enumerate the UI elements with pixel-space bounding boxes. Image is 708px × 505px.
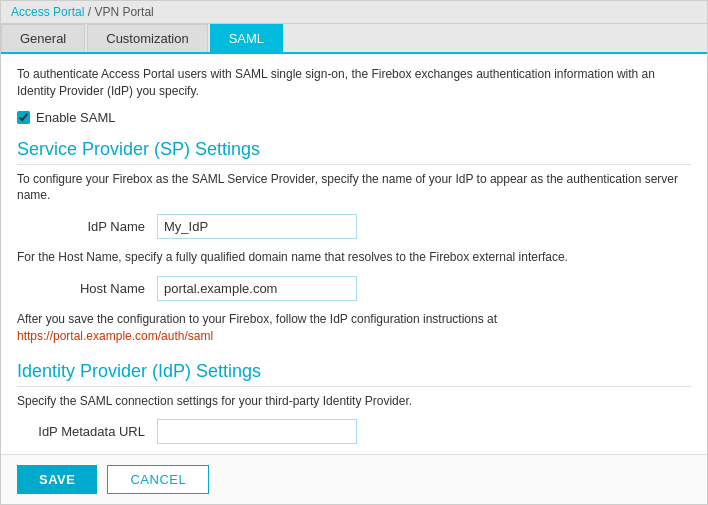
sp-section-title: Service Provider (SP) Settings <box>17 139 691 165</box>
breadcrumb-parent-link[interactable]: Access Portal <box>11 5 84 19</box>
footer: SAVE CANCEL <box>1 454 707 504</box>
main-window: Access Portal / VPN Portal General Custo… <box>0 0 708 505</box>
enable-saml-checkbox[interactable] <box>17 111 30 124</box>
after-save-text: After you save the configuration to your… <box>17 311 691 345</box>
idp-section-desc: Specify the SAML connection settings for… <box>17 393 691 410</box>
host-name-row: Host Name <box>17 276 691 301</box>
enable-saml-label: Enable SAML <box>36 110 116 125</box>
tab-saml[interactable]: SAML <box>210 24 283 52</box>
idp-name-input[interactable] <box>157 214 357 239</box>
host-name-input[interactable] <box>157 276 357 301</box>
breadcrumb-current: VPN Portal <box>94 5 153 19</box>
metadata-url-row: IdP Metadata URL <box>17 419 691 444</box>
intro-text: To authenticate Access Portal users with… <box>17 66 691 100</box>
sp-section-desc: To configure your Firebox as the SAML Se… <box>17 171 691 205</box>
metadata-url-label: IdP Metadata URL <box>17 424 157 439</box>
idp-name-label: IdP Name <box>17 219 157 234</box>
cancel-button[interactable]: CANCEL <box>107 465 209 494</box>
idp-section-title: Identity Provider (IdP) Settings <box>17 361 691 387</box>
enable-saml-row: Enable SAML <box>17 110 691 125</box>
breadcrumb: Access Portal / VPN Portal <box>1 1 707 24</box>
host-name-label: Host Name <box>17 281 157 296</box>
saml-link[interactable]: https://portal.example.com/auth/saml <box>17 329 213 343</box>
tab-general[interactable]: General <box>1 24 85 52</box>
tab-customization[interactable]: Customization <box>87 24 207 52</box>
saml-content: To authenticate Access Portal users with… <box>1 54 707 454</box>
idp-section: Identity Provider (IdP) Settings Specify… <box>17 361 691 454</box>
metadata-url-input[interactable] <box>157 419 357 444</box>
host-name-desc: For the Host Name, specify a fully quali… <box>17 249 691 266</box>
tab-bar: General Customization SAML <box>1 24 707 54</box>
idp-name-row: IdP Name <box>17 214 691 239</box>
save-button[interactable]: SAVE <box>17 465 97 494</box>
